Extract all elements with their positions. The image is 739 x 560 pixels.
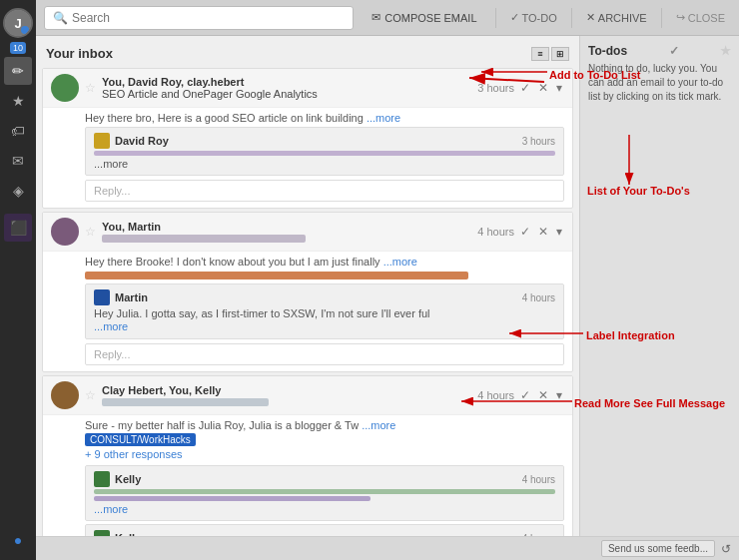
view-toggle: ≡ ⊞: [531, 47, 569, 61]
main-content: 🔍 ✉ COMPOSE EMAIL ✓ TO-DO ✕ ARCHIVE: [36, 0, 739, 560]
msg-more-link[interactable]: ...more: [94, 158, 128, 170]
thread-preview: Sure - my better half is Julia Roy, Juli…: [85, 419, 564, 431]
search-icon: 🔍: [53, 11, 68, 25]
topbar: 🔍 ✉ COMPOSE EMAIL ✓ TO-DO ✕ ARCHIVE: [36, 0, 739, 36]
dropdown-thread-btn[interactable]: ▾: [554, 225, 564, 239]
thread-header[interactable]: ☆ Clay Hebert, You, Kelly 4 hours ✓ ✕ ▾: [43, 376, 572, 415]
message-bubble-2: Kelly 4 hours: [85, 524, 564, 536]
dropdown-thread-btn[interactable]: ▾: [554, 81, 564, 95]
thread-info: Clay Hebert, You, Kelly: [102, 384, 471, 406]
sidebar-icon-label[interactable]: 🏷: [4, 117, 32, 145]
more-link[interactable]: ...more: [383, 256, 417, 268]
search-input[interactable]: [72, 11, 345, 25]
check-icon: ✓: [510, 11, 519, 24]
sidebar-icon-edit[interactable]: ✏: [4, 57, 32, 85]
content-area: Your inbox ≡ ⊞ ☆ You, David Roy, clay.h: [36, 36, 739, 536]
thread-time: 4 hours: [477, 389, 514, 401]
thread-from: You, David Roy, clay.hebert: [102, 76, 471, 88]
msg-more-link[interactable]: ...more: [94, 320, 128, 332]
close-label: CLOSE: [688, 12, 725, 24]
msg-more: ...more: [94, 158, 555, 170]
subject-bar: [102, 398, 269, 406]
reply-box[interactable]: Reply...: [85, 180, 564, 202]
thread-preview: Hey there bro, Here is a good SEO articl…: [85, 112, 564, 124]
other-responses[interactable]: + 9 other responses: [85, 446, 564, 462]
msg-header: Martin 4 hours: [94, 289, 555, 305]
star-icon[interactable]: ☆: [85, 388, 96, 402]
grid-view-btn[interactable]: ⊞: [551, 47, 569, 61]
thread-body: Sure - my better half is Julia Roy, Juli…: [43, 415, 572, 536]
more-link[interactable]: ...more: [362, 419, 395, 431]
check-thread-btn[interactable]: ✓: [518, 81, 532, 95]
sidebar-icon-bottom[interactable]: ●: [4, 526, 32, 554]
thread-meta: 3 hours ✓ ✕ ▾: [477, 81, 564, 95]
todo-button[interactable]: ✓ TO-DO: [504, 8, 563, 27]
arrow-icon: ↪: [676, 11, 685, 24]
thread-time: 4 hours: [477, 226, 514, 238]
divider-2: [571, 8, 572, 28]
thread-avatar: [51, 74, 79, 102]
compose-button[interactable]: ✉ COMPOSE EMAIL: [362, 7, 486, 28]
label-tag[interactable]: CONSULT/WorkHacks: [85, 433, 196, 446]
msg-content-bar: [94, 489, 555, 494]
inbox-header: Your inbox ≡ ⊞: [36, 40, 579, 65]
thread-body: Hey there Brooke! I don't know about you…: [43, 252, 572, 371]
refresh-icon[interactable]: ↺: [721, 542, 731, 556]
x-icon: ✕: [586, 11, 595, 24]
x-thread-btn[interactable]: ✕: [536, 225, 550, 239]
msg-from: David Roy: [115, 135, 169, 147]
msg-from: Martin: [115, 291, 148, 303]
sidebar-icon-mail[interactable]: ✉: [4, 147, 32, 175]
msg-bar-2: [94, 496, 370, 501]
sidebar-icon-star[interactable]: ★: [4, 87, 32, 115]
msg-avatar-sm: [94, 289, 110, 305]
msg-time: 3 hours: [522, 136, 555, 147]
reply-box[interactable]: Reply...: [85, 343, 564, 365]
subject-bar: [102, 235, 306, 243]
thread-subject: SEO Article and OnePager Google Analytic…: [102, 88, 471, 100]
thread-preview: Hey there Brooke! I don't know about you…: [85, 256, 564, 268]
msg-text: Hey Julia. I gotta say, as I first-timer…: [94, 307, 555, 319]
sidebar-icon-tag[interactable]: ◈: [4, 177, 32, 205]
thread-from: You, Martin: [102, 221, 471, 233]
todo-star-icon[interactable]: ★: [720, 44, 731, 58]
search-box[interactable]: 🔍: [44, 6, 354, 30]
thread-time: 3 hours: [477, 82, 514, 94]
archive-label: ARCHIVE: [598, 12, 647, 24]
email-thread: ☆ Clay Hebert, You, Kelly 4 hours ✓ ✕ ▾: [42, 375, 573, 536]
archive-button[interactable]: ✕ ARCHIVE: [580, 8, 653, 27]
thread-header[interactable]: ☆ You, Martin 4 hours ✓ ✕ ▾: [43, 213, 572, 252]
msg-content-bar: [94, 151, 555, 156]
avatar[interactable]: J: [3, 8, 33, 38]
todo-text: Nothing to do, lucky you. You can add an…: [588, 62, 731, 104]
sidebar-icon-app[interactable]: ⬛: [4, 214, 32, 242]
thread-info: You, Martin: [102, 221, 471, 243]
close-button[interactable]: ↪ CLOSE: [670, 8, 731, 27]
x-thread-btn[interactable]: ✕: [536, 81, 550, 95]
thread-avatar: [51, 381, 79, 409]
todo-title: To-dos ✓ ★: [588, 44, 731, 58]
message-bubble: David Roy 3 hours ...more: [85, 127, 564, 176]
star-icon[interactable]: ☆: [85, 81, 96, 95]
msg-more-link[interactable]: ...more: [94, 503, 555, 515]
feedback-button[interactable]: Send us some feedb...: [601, 540, 715, 557]
thread-from: Clay Hebert, You, Kelly: [102, 384, 471, 396]
x-thread-btn[interactable]: ✕: [536, 388, 550, 402]
more-link[interactable]: ...more: [367, 112, 400, 124]
thread-avatar: [51, 218, 79, 246]
message-bubble: Kelly 4 hours ...more: [85, 465, 564, 521]
sidebar: J 10 ✏ ★ 🏷 ✉ ◈ ⬛ ●: [0, 0, 36, 560]
msg-avatar-sm: [94, 133, 110, 149]
check-thread-btn[interactable]: ✓: [518, 225, 532, 239]
star-icon[interactable]: ☆: [85, 225, 96, 239]
thread-header[interactable]: ☆ You, David Roy, clay.hebert SEO Articl…: [43, 69, 572, 108]
todo-check-icon[interactable]: ✓: [669, 44, 679, 58]
thread-body: Hey there bro, Here is a good SEO articl…: [43, 108, 572, 208]
list-view-btn[interactable]: ≡: [531, 47, 549, 61]
msg-header: David Roy 3 hours: [94, 133, 555, 149]
dropdown-thread-btn[interactable]: ▾: [554, 388, 564, 402]
email-thread: ☆ You, David Roy, clay.hebert SEO Articl…: [42, 68, 573, 209]
check-thread-btn[interactable]: ✓: [518, 388, 532, 402]
message-bubble: Martin 4 hours Hey Julia. I gotta say, a…: [85, 283, 564, 339]
compose-icon: ✉: [371, 11, 380, 24]
